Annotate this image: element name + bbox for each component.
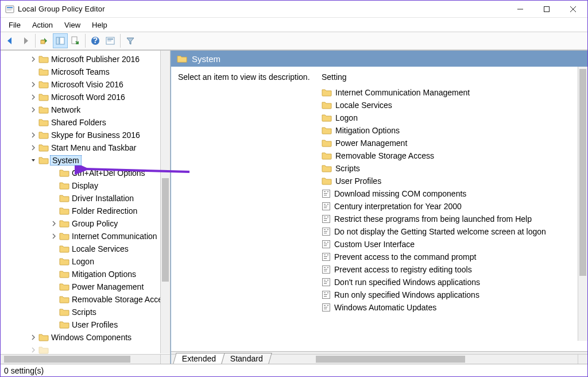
chevron-right-icon[interactable]: [29, 80, 37, 89]
tree-item[interactable]: Skype for Business 2016: [6, 129, 170, 141]
: [50, 169, 58, 177]
tree-item-label: Internet Communication: [71, 232, 158, 241]
chevron-right-icon[interactable]: [29, 93, 37, 101]
: [29, 118, 37, 126]
list-item[interactable]: Do not display the Getting Started welco…: [322, 225, 587, 238]
tree-item[interactable]: Start Menu and Taskbar: [6, 141, 170, 154]
tree-vscroll[interactable]: [160, 51, 170, 353]
tree-item[interactable]: System: [6, 154, 170, 167]
menu-file[interactable]: File: [4, 20, 25, 30]
tree-item-label: Windows Components: [50, 333, 133, 342]
list-item-label: Mitigation Options: [335, 126, 400, 135]
folder-icon: [322, 139, 332, 148]
tree-item[interactable]: Internet Communication: [6, 230, 170, 243]
menu-view[interactable]: View: [60, 20, 85, 30]
svg-rect-45: [324, 256, 327, 257]
tree-item[interactable]: Removable Storage Acce: [6, 293, 170, 306]
folder-icon: [38, 80, 49, 89]
nav-forward-button[interactable]: [18, 33, 33, 48]
chevron-right-icon[interactable]: [50, 220, 58, 228]
menu-action[interactable]: Action: [28, 20, 57, 30]
tree-item[interactable]: Locale Services: [6, 243, 170, 255]
list-item[interactable]: Prevent access to registry editing tools…: [322, 263, 587, 276]
tree-item[interactable]: Display: [6, 179, 170, 192]
chevron-right-icon[interactable]: [29, 144, 37, 152]
chevron-down-icon[interactable]: [29, 156, 37, 164]
tree-item[interactable]: Windows Components: [6, 331, 170, 344]
svg-rect-20: [324, 193, 327, 194]
tree-item[interactable]: Microsoft Publisher 2016: [6, 53, 170, 66]
chevron-right-icon[interactable]: [29, 106, 37, 114]
tree-item[interactable]: Group Policy: [6, 217, 170, 230]
properties-button[interactable]: [103, 33, 118, 48]
folder-icon: [59, 282, 69, 291]
tree-item-label: Display: [71, 181, 99, 190]
tab-extended[interactable]: Extended: [173, 353, 225, 364]
list-item[interactable]: Download missing COM componentsN: [322, 187, 587, 200]
list-item[interactable]: Internet Communication Management: [322, 86, 587, 99]
folder-icon: [38, 345, 49, 355]
column-header-setting[interactable]: Setting: [322, 72, 587, 82]
minimize-button[interactable]: [507, 1, 533, 18]
chevron-right-icon[interactable]: [29, 333, 37, 341]
setting-icon: [322, 189, 331, 198]
list-item[interactable]: User Profiles: [322, 175, 587, 187]
app-icon: [5, 5, 14, 14]
tree-item[interactable]: Microsoft Word 2016: [6, 91, 170, 103]
list-item[interactable]: Power Management: [322, 137, 587, 149]
list-item[interactable]: Custom User InterfaceN: [322, 238, 587, 251]
svg-rect-41: [324, 245, 327, 246]
list-item[interactable]: Windows Automatic UpdatesN: [322, 301, 587, 314]
tree-item[interactable]: Logon: [6, 255, 170, 268]
tree-item[interactable]: Power Management: [6, 280, 170, 293]
tree-item[interactable]: Network: [6, 103, 170, 116]
tree-item[interactable]: Microsoft Visio 2016: [6, 78, 170, 91]
maximize-button[interactable]: [533, 1, 560, 18]
tree-item[interactable]: Scripts: [6, 306, 170, 318]
menu-help[interactable]: Help: [87, 20, 112, 30]
tree-item[interactable]: Driver Installation: [6, 192, 170, 205]
setting-icon: [322, 227, 331, 236]
up-button[interactable]: [38, 33, 53, 48]
list-item[interactable]: Prevent access to the command promptN: [322, 251, 587, 263]
show-tree-button[interactable]: [53, 33, 68, 48]
tree-item[interactable]: Ctrl+Alt+Del Options: [6, 167, 170, 179]
chevron-right-icon[interactable]: [29, 55, 37, 63]
tab-standard[interactable]: Standard: [221, 353, 272, 364]
list-item[interactable]: Locale Services: [322, 99, 587, 111]
svg-point-47: [327, 255, 328, 256]
close-button[interactable]: [560, 1, 586, 18]
folder-icon: [59, 194, 69, 203]
list-item[interactable]: Don't run specified Windows applications…: [322, 276, 587, 288]
nav-back-button[interactable]: [3, 33, 18, 48]
tree-item-label: Microsoft Visio 2016: [50, 80, 125, 89]
: [50, 257, 58, 266]
tree-item[interactable]: Folder Redirection: [6, 205, 170, 217]
: [29, 68, 37, 76]
export-list-button[interactable]: [68, 33, 83, 48]
list-item[interactable]: Mitigation Options: [322, 124, 587, 137]
filter-button[interactable]: [123, 33, 138, 48]
tree-item[interactable]: Mitigation Options: [6, 268, 170, 280]
list-item[interactable]: Scripts: [322, 162, 587, 175]
list-item[interactable]: Run only specified Windows applicationsN: [322, 288, 587, 301]
list-item[interactable]: Logon: [322, 111, 587, 124]
tree-panel: Microsoft Publisher 2016Microsoft TeamsM…: [1, 51, 171, 364]
help-button[interactable]: ?: [88, 33, 103, 48]
list-item[interactable]: Century interpretation for Year 2000N: [322, 200, 587, 213]
tree-hscroll[interactable]: [1, 354, 160, 364]
list-item[interactable]: Removable Storage Access: [322, 149, 587, 162]
folder-icon: [38, 105, 49, 114]
tree-item[interactable]: Microsoft Teams: [6, 66, 170, 78]
list-item[interactable]: Restrict these programs from being launc…: [322, 213, 587, 225]
chevron-right-icon[interactable]: [29, 131, 37, 139]
tree-item[interactable]: User Profiles: [6, 318, 170, 331]
svg-rect-55: [324, 282, 327, 282]
chevron-right-icon[interactable]: [50, 232, 58, 240]
tree-item-label: Folder Redirection: [71, 206, 138, 216]
setting-icon: [322, 303, 331, 312]
chevron-right-icon[interactable]: [29, 346, 37, 354]
list-vscroll[interactable]: [578, 67, 587, 341]
svg-rect-17: [107, 40, 111, 41]
tree-item[interactable]: Shared Folders: [6, 116, 170, 129]
